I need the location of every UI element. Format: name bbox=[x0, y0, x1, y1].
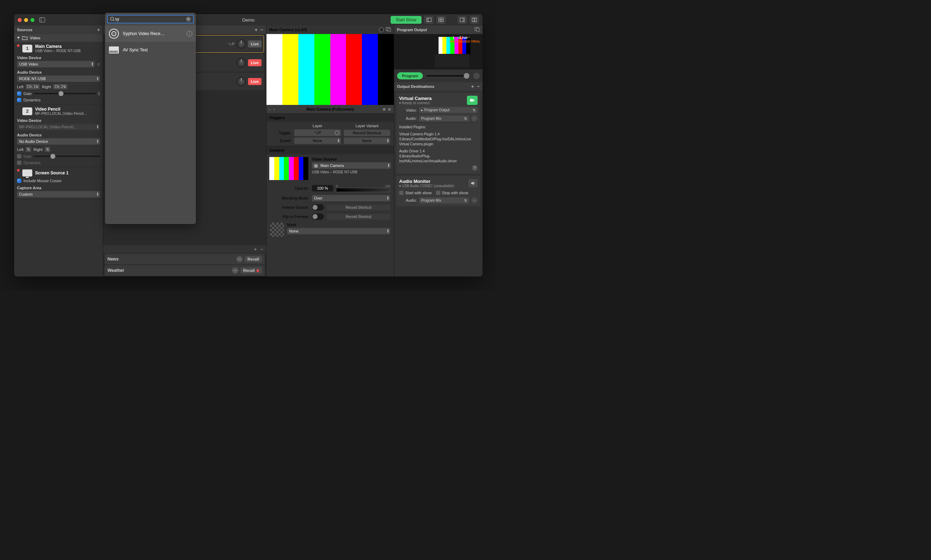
right-channel-select[interactable]: Ch. 2 ⇅ bbox=[53, 84, 67, 89]
left-channel-select[interactable]: Ch. 1 ⇅ bbox=[26, 84, 40, 89]
remove-set-button[interactable]: − bbox=[261, 246, 263, 252]
source-main-camera[interactable]: 1 Main Camera USB Video – RODE NT-USB Vi… bbox=[14, 42, 103, 105]
right-channel-select[interactable]: ⇅ bbox=[45, 147, 50, 152]
gain-slider[interactable] bbox=[34, 93, 96, 94]
gain-checkbox[interactable] bbox=[17, 91, 21, 96]
live-toggle[interactable]: Live bbox=[248, 78, 261, 85]
mouse-cursor-checkbox[interactable] bbox=[17, 178, 21, 183]
layer-set-news[interactable]: News ⋯ Recall bbox=[105, 254, 265, 265]
audio-device-select[interactable]: RODE NT-USB▴▾ bbox=[17, 75, 100, 82]
toggle-shortcut[interactable]: ⌥P✕ bbox=[294, 129, 341, 136]
duplicate-icon[interactable]: ⊕ bbox=[383, 107, 386, 112]
dest-virtual-camera[interactable]: Virtual Camera ▾ Ready to connect. Video… bbox=[396, 93, 480, 174]
video-source-select[interactable]: 1 Main Camera▴▾ bbox=[312, 162, 391, 169]
close-window-button[interactable] bbox=[18, 18, 22, 22]
flip-toggle[interactable] bbox=[312, 213, 324, 220]
gain-checkbox[interactable] bbox=[17, 154, 21, 158]
remove-layer-button[interactable]: − bbox=[261, 27, 263, 32]
sources-add-button[interactable]: + bbox=[97, 27, 100, 32]
layout-icon-4[interactable] bbox=[470, 16, 479, 24]
source-video-pencil[interactable]: 2 Video Pencil MF-PRO.LOCAL (Video Penci… bbox=[14, 105, 103, 167]
opacity-input[interactable]: 100 % bbox=[312, 185, 333, 191]
zoom-window-button[interactable] bbox=[31, 18, 34, 22]
source-screen[interactable]: Screen Source 1 Include Mouse Cursor Cap… bbox=[14, 167, 103, 200]
clear-shortcut-button[interactable]: ✕ bbox=[335, 131, 340, 135]
audio-options-button[interactable]: ⋯ bbox=[471, 197, 477, 203]
recall-button[interactable]: Recall bbox=[241, 267, 262, 274]
capture-area-select[interactable]: Custom▴▾ bbox=[17, 191, 100, 197]
layer-set-weather[interactable]: Weather ⋯ Recall bbox=[105, 265, 265, 276]
left-channel-select[interactable]: ⇅ bbox=[26, 147, 31, 152]
preview-panel: Main Camera (v1.87) ? ‹› Main Camera (Fu… bbox=[266, 26, 394, 277]
live-toggle[interactable]: Live bbox=[248, 40, 261, 48]
variant-event-select[interactable]: None▴▾ bbox=[344, 137, 391, 144]
audio-options-button[interactable]: ⋯ bbox=[471, 115, 477, 122]
flip-shortcut[interactable]: Record Shortcut bbox=[327, 214, 390, 220]
mask-thumbnail[interactable] bbox=[270, 223, 284, 237]
source-badge: 1 bbox=[22, 45, 32, 52]
dynamics-checkbox[interactable] bbox=[17, 98, 21, 102]
help-icon[interactable]: ? bbox=[472, 165, 477, 171]
popout-icon[interactable] bbox=[386, 27, 391, 32]
preview-title: Main Camera (v1.87) bbox=[269, 28, 307, 32]
mask-select[interactable]: None▴▾ bbox=[287, 228, 390, 234]
output-options-button[interactable]: ⋯ bbox=[473, 73, 480, 79]
add-dest-button[interactable]: + bbox=[471, 84, 474, 89]
content-thumbnail bbox=[269, 157, 308, 180]
start-show-button[interactable]: Start Show bbox=[391, 16, 421, 24]
dynamics-checkbox[interactable] bbox=[17, 160, 21, 165]
camera-icon[interactable] bbox=[467, 96, 477, 105]
blend-mode-select[interactable]: Over▴▾ bbox=[312, 195, 390, 201]
help-icon[interactable]: ? bbox=[379, 27, 384, 32]
layout-icon-2[interactable] bbox=[436, 16, 446, 24]
volume-knob[interactable] bbox=[237, 58, 246, 67]
sidebar-toggle-icon[interactable] bbox=[39, 17, 46, 23]
prev-variant-button[interactable]: ‹ bbox=[269, 107, 271, 111]
stop-with-show-checkbox[interactable] bbox=[436, 191, 440, 195]
clear-search-button[interactable]: ✕ bbox=[186, 17, 191, 22]
vcam-audio-select[interactable]: Program Mix⇅ bbox=[419, 115, 469, 122]
set-options-button[interactable]: ⋯ bbox=[232, 267, 238, 274]
vcam-video-select[interactable]: ▸Program Output⇅ bbox=[419, 107, 477, 113]
output-slider[interactable] bbox=[426, 74, 471, 78]
speaker-icon[interactable] bbox=[468, 179, 477, 187]
add-layer-button[interactable]: + bbox=[255, 27, 258, 32]
delete-icon[interactable]: ⊖ bbox=[388, 107, 391, 112]
freeze-toggle[interactable] bbox=[312, 204, 324, 211]
search-field[interactable]: ✕ bbox=[107, 15, 194, 23]
search-input[interactable] bbox=[115, 17, 186, 22]
next-variant-button[interactable]: › bbox=[273, 107, 275, 111]
live-toggle[interactable]: Live bbox=[248, 59, 261, 66]
monitor-audio-select[interactable]: Program Mix⇅ bbox=[419, 197, 469, 203]
recall-button[interactable]: Recall bbox=[245, 256, 262, 262]
sources-group-video[interactable]: Video bbox=[14, 34, 103, 42]
volume-knob[interactable] bbox=[237, 39, 246, 49]
output-header: Program Output bbox=[397, 28, 427, 32]
video-device-select[interactable]: USB Video▴▾ bbox=[17, 61, 95, 67]
opacity-slider[interactable] bbox=[336, 188, 390, 192]
video-device-select[interactable]: MF-PRO.LOCAL (Video Pencil)…▴▾ bbox=[17, 124, 100, 130]
layout-icon-1[interactable] bbox=[425, 16, 434, 24]
search-result-syphon[interactable]: Syphon Video Rece… i bbox=[105, 26, 196, 42]
variant-shortcut[interactable]: Record Shortcut bbox=[344, 130, 391, 136]
set-options-button[interactable]: ⋯ bbox=[236, 256, 243, 262]
audio-device-select[interactable]: No Audio Device▴▾ bbox=[17, 138, 100, 145]
minimize-window-button[interactable] bbox=[24, 18, 28, 22]
svg-rect-2 bbox=[427, 18, 431, 22]
popout-icon[interactable] bbox=[475, 27, 480, 32]
program-button[interactable]: Program bbox=[397, 72, 423, 79]
gain-slider[interactable] bbox=[34, 155, 100, 157]
add-set-button[interactable]: + bbox=[254, 246, 257, 252]
event-select[interactable]: None▴▾ bbox=[294, 137, 341, 144]
volume-knob[interactable] bbox=[237, 77, 246, 86]
start-with-show-checkbox[interactable] bbox=[399, 191, 403, 195]
info-icon[interactable]: ⊙ bbox=[97, 62, 100, 67]
freeze-shortcut[interactable]: Record Shortcut bbox=[327, 205, 390, 211]
layout-icon-3[interactable] bbox=[458, 16, 467, 24]
dest-audio-monitor[interactable]: Audio Monitor ▾ USB Audio CODEC (unavail… bbox=[396, 176, 480, 206]
sources-header: Sources bbox=[17, 28, 32, 32]
search-result-avsync[interactable]: AV Sync Test bbox=[105, 42, 196, 58]
syphon-icon bbox=[109, 29, 119, 38]
info-icon[interactable]: i bbox=[187, 31, 192, 37]
remove-dest-button[interactable]: − bbox=[477, 84, 480, 89]
